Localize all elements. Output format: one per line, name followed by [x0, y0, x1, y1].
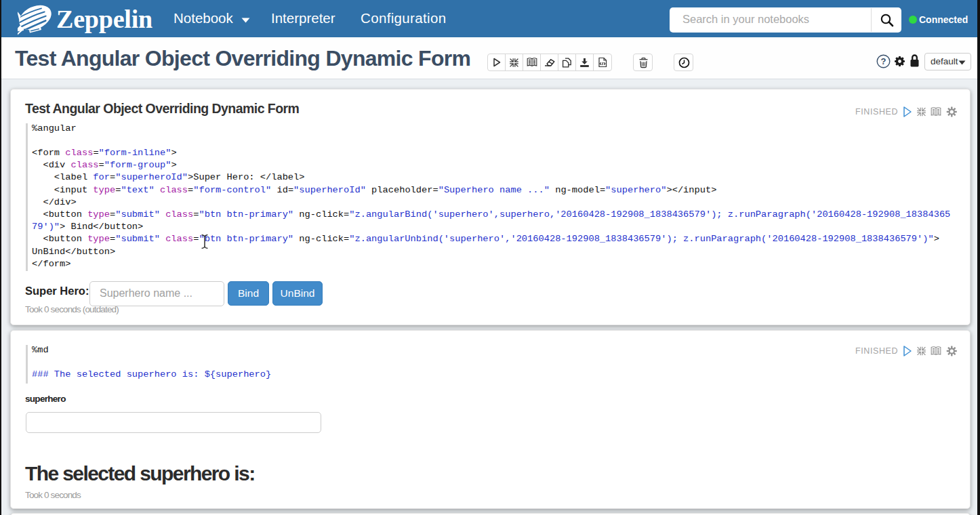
svg-text:?: ? [881, 56, 886, 66]
